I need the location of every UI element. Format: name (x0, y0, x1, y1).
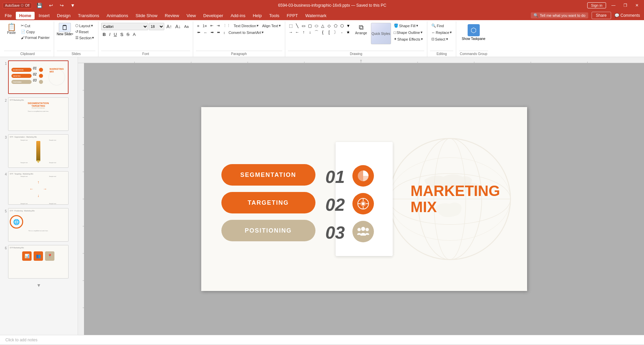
shape-effects-button[interactable]: ✦ Shape Effects ▾ (392, 36, 424, 42)
shape-more[interactable]: ▼ (345, 23, 351, 29)
font-size-select[interactable]: 18 (149, 23, 164, 30)
save-button[interactable]: 💾 (35, 2, 44, 9)
slide-thumb-3[interactable]: 3 STP - Segmentation - Marketing Mix Sam… (1, 134, 76, 168)
redo-button[interactable]: ↪ (58, 2, 66, 9)
line-spacing-button[interactable]: ↕ (222, 30, 227, 35)
new-slide-button[interactable]: 🗒 New Slide▾ (57, 23, 73, 36)
share-button[interactable]: Share (592, 12, 611, 19)
menu-file[interactable]: File (1, 12, 15, 19)
positioning-button[interactable]: POSITIONING (221, 220, 315, 241)
font-name-select[interactable]: Calibri (101, 23, 148, 30)
section-button[interactable]: ☰ Section ▾ (74, 35, 96, 41)
slide-thumb-6[interactable]: 6 STP Marketing Mix 📊 👥 📍 (1, 244, 76, 279)
clear-format-button[interactable]: Aa (183, 24, 190, 29)
shape-diamond[interactable]: ◇ (326, 23, 332, 29)
close-button[interactable]: ✕ (633, 2, 641, 8)
strikethrough-button[interactable]: S (125, 31, 131, 38)
align-right-button[interactable]: ➡ (209, 30, 215, 35)
shape-hex[interactable]: ⬡ (339, 23, 345, 29)
customize-qat-button[interactable]: ▼ (69, 2, 77, 9)
restore-button[interactable]: ❐ (621, 2, 630, 8)
shape-cursor[interactable]: ⬚ (288, 23, 294, 29)
increase-indent-button[interactable]: ⇥ (215, 23, 221, 29)
slide-canvas[interactable]: SEGMENTATION 01 (201, 107, 527, 291)
justify-button[interactable]: ⬌ (216, 30, 221, 35)
menu-watermark[interactable]: Watermark (302, 12, 330, 19)
shape-arrow-l[interactable]: ← (294, 29, 300, 35)
menu-transitions[interactable]: Transitions (75, 12, 102, 19)
layout-button[interactable]: ⬡ Layout ▾ (74, 23, 96, 29)
decrease-indent-button[interactable]: ⇤ (209, 23, 215, 29)
arrange-button[interactable]: ⧉ Arrange (353, 23, 370, 36)
undo-button[interactable]: ↩ (47, 2, 55, 9)
shape-outline-button[interactable]: □ Shape Outline ▾ (392, 30, 424, 35)
align-text-button[interactable]: Align Text ▾ (261, 23, 282, 29)
shape-custom1[interactable]: 〕 (333, 29, 339, 35)
show-taskpane-button[interactable]: ⬡ Show Taskpane (459, 23, 488, 42)
comments-button[interactable]: 💬 Comments (612, 12, 643, 19)
menu-slideshow[interactable]: Slide Show (132, 12, 161, 19)
menu-tools[interactable]: Tools (266, 12, 283, 19)
bold-button[interactable]: B (101, 31, 107, 38)
shape-bracket[interactable]: [ (326, 29, 332, 35)
menu-insert[interactable]: Insert (35, 12, 53, 19)
shape-star[interactable]: ★ (345, 29, 351, 35)
menu-addins[interactable]: Add-ins (227, 12, 249, 19)
slide-thumb-2[interactable]: 2 STP Marketing Mix SEGMENTATION TARGETI… (1, 97, 76, 132)
menu-view[interactable]: View (183, 12, 199, 19)
menu-design[interactable]: Design (54, 12, 74, 19)
paste-button[interactable]: 📋 Paste (4, 23, 19, 35)
notes-bar[interactable]: Click to add notes (0, 335, 644, 344)
find-button[interactable]: 🔍 Find (430, 23, 445, 29)
convert-smartart-button[interactable]: Convert to SmartArt ▾ (227, 30, 265, 35)
italic-button[interactable]: I (108, 31, 112, 38)
shape-arrow-u[interactable]: ↑ (301, 29, 307, 35)
menu-fppt[interactable]: FPPT (284, 12, 301, 19)
decrease-font-button[interactable]: A↓ (174, 23, 182, 30)
shape-arrow-d[interactable]: ↓ (307, 29, 313, 35)
slide-thumb-4[interactable]: 4 STP - Targeting - Marketing Mix Sample… (1, 170, 76, 205)
align-left-button[interactable]: ⬅ (196, 30, 202, 35)
select-button[interactable]: ⊡ Select ▾ (430, 36, 449, 42)
reset-button[interactable]: ↺ Reset (74, 29, 96, 35)
shape-triangle[interactable]: △ (320, 23, 326, 29)
font-color-button[interactable]: A (131, 31, 137, 38)
minimize-button[interactable]: — (609, 2, 618, 8)
menu-review[interactable]: Review (162, 12, 183, 19)
shape-curve[interactable]: ⌒ (313, 29, 319, 35)
shape-oval[interactable]: ⬭ (313, 23, 319, 29)
signin-button[interactable]: Sign in (587, 2, 606, 8)
shape-brace[interactable]: { (320, 29, 326, 35)
slide-thumb-1[interactable]: 1 SEGMENTATION TARGETING POSITIONING 01 (1, 60, 76, 95)
shape-pentagon[interactable]: ⬠ (333, 23, 339, 29)
shadow-button[interactable]: S (119, 31, 125, 38)
scroll-down-indicator[interactable]: ▼ (1, 281, 76, 289)
menu-home[interactable]: Home (16, 12, 35, 19)
shape-arrow-r[interactable]: → (288, 29, 294, 35)
format-painter-button[interactable]: 🖌 Format Painter (19, 35, 51, 40)
slide-thumb-5[interactable]: 5 STP - Positioning - Marketing Mix 🌐 Th… (1, 207, 76, 242)
menu-help[interactable]: Help (249, 12, 265, 19)
underline-button[interactable]: U (113, 31, 118, 38)
copy-button[interactable]: 📄 Copy (19, 29, 51, 35)
shape-fill-button[interactable]: 🪣 Shape Fill ▾ (392, 23, 424, 29)
increase-font-button[interactable]: A↑ (165, 23, 173, 30)
menu-animations[interactable]: Animations (103, 12, 131, 19)
numbering-button[interactable]: 1≡ (201, 23, 208, 29)
replace-button[interactable]: ↔ Replace ▾ (430, 30, 453, 35)
text-direction-button[interactable]: Text Direction ▾ (232, 23, 260, 29)
align-center-button[interactable]: ↔ (202, 30, 209, 35)
segmentation-button[interactable]: SEGMENTATION (221, 164, 315, 186)
targeting-button[interactable]: TARGETING (221, 192, 315, 213)
shape-rect[interactable]: ▭ (301, 23, 307, 29)
shape-round-rect[interactable]: ▢ (307, 23, 313, 29)
shape-custom2[interactable]: ⬫ (339, 29, 345, 35)
slide-panel[interactable]: 1 SEGMENTATION TARGETING POSITIONING 01 (0, 57, 78, 335)
cut-button[interactable]: ✂ Cut (19, 23, 51, 29)
columns-button[interactable]: ⋮⋮ (222, 23, 232, 29)
autosave-badge[interactable]: AutoSave Off (3, 3, 32, 8)
quick-styles-button[interactable]: Quick Styles (371, 23, 391, 44)
canvas-area[interactable]: SEGMENTATION 01 (84, 63, 644, 335)
search-bar[interactable]: 🔍 Tell me what you want to do (531, 12, 588, 18)
shape-line[interactable]: ╲ (294, 23, 300, 29)
